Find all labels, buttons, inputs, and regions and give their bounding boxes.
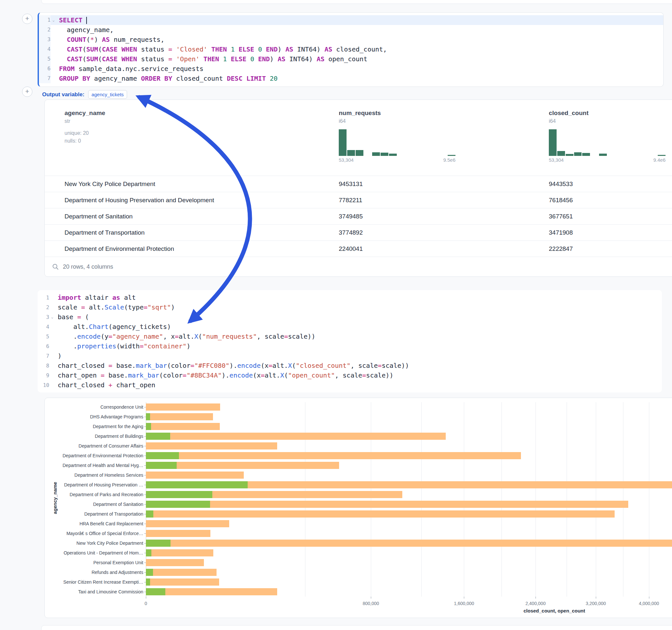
histogram-bar[interactable]	[381, 153, 388, 156]
bar-open_count[interactable]	[146, 501, 210, 508]
column-header-agency_name[interactable]: agency_namestrunique: 20nulls: 0	[65, 100, 339, 176]
bar-open_count[interactable]	[146, 549, 151, 556]
bar-closed_count[interactable]	[146, 423, 220, 430]
bar-open_count[interactable]	[146, 579, 150, 586]
code-line[interactable]: 5 .encode(y="agency_name", x=alt.X("num_…	[38, 332, 662, 341]
bar-open_count[interactable]	[146, 569, 153, 576]
bar-closed_count[interactable]	[146, 413, 213, 420]
histogram-bar[interactable]	[658, 155, 666, 156]
column-histogram[interactable]	[339, 129, 455, 156]
bar-open_count[interactable]	[146, 539, 170, 547]
bar-closed_count[interactable]	[146, 471, 244, 479]
table-row[interactable]: Department of Transportation377489234719…	[45, 224, 672, 240]
bar-closed_count[interactable]	[146, 569, 217, 576]
gridline	[305, 402, 305, 597]
python-editor[interactable]: 1import altair as alt2scale = alt.Scale(…	[38, 293, 662, 390]
bar-open_count[interactable]	[146, 452, 179, 459]
histogram-bar[interactable]	[448, 155, 455, 156]
bar-open_count[interactable]	[146, 588, 165, 595]
code-line[interactable]: 6 .properties(width="container")	[38, 341, 662, 351]
table-row[interactable]: Department of Housing Preservation and D…	[45, 192, 672, 208]
histogram-bar[interactable]	[574, 152, 582, 156]
bar-closed_count[interactable]	[146, 588, 277, 595]
code-line[interactable]: 7)	[38, 351, 662, 361]
column-histogram[interactable]	[549, 129, 666, 156]
column-header-closed_count[interactable]: closed_counti6453,3049.4e6	[549, 100, 672, 176]
sql-editor[interactable]: 1⌄SELECT 2 agency_name,3 COUNT(*) AS num…	[39, 15, 663, 83]
output-variable-chip[interactable]: agency_tickets	[88, 90, 127, 99]
fold-caret-icon[interactable]: ⌄	[51, 18, 56, 22]
code-token: altair	[81, 294, 112, 301]
code-line[interactable]: 8chart_closed = base.mark_bar(color="#FF…	[38, 361, 662, 370]
bar-closed_count[interactable]	[146, 559, 204, 566]
histogram-bar[interactable]	[389, 153, 397, 156]
bar-closed_count[interactable]	[146, 442, 277, 450]
code-line[interactable]: 4 alt.Chart(agency_tickets)	[38, 322, 662, 332]
next-cell-edge	[41, 625, 672, 630]
code-line[interactable]: 6FROM sample_data.nyc.service_requests	[39, 64, 663, 74]
code-line[interactable]: 5 CAST(SUM(CASE WHEN status = 'Open' THE…	[39, 54, 663, 64]
bar-open_count[interactable]	[146, 413, 150, 420]
code-token	[59, 45, 67, 53]
code-line[interactable]: 3 COUNT(*) AS num_requests,	[39, 35, 663, 44]
bar-closed_count[interactable]	[146, 433, 446, 440]
code-line[interactable]: 7GROUP BY agency_name ORDER BY closed_co…	[39, 74, 663, 83]
code-line[interactable]: 1⌄SELECT	[39, 15, 663, 25]
table-footer-text: 20 rows, 4 columns	[63, 264, 113, 270]
table-row[interactable]: Department of Environmental Protection22…	[45, 240, 672, 257]
code-line[interactable]: 3⌄base = (	[38, 312, 662, 322]
bar-open_count[interactable]	[146, 481, 248, 488]
chart-plot	[146, 402, 672, 597]
code-line[interactable]: 1import altair as alt	[38, 293, 662, 302]
table-row[interactable]: New York City Police Department945313194…	[45, 176, 672, 192]
histogram-bar[interactable]	[549, 129, 557, 156]
add-cell-button[interactable]: +	[22, 14, 32, 24]
code-token: ORDER BY	[141, 75, 172, 82]
bar-closed_count[interactable]	[146, 520, 229, 527]
code-token	[254, 55, 258, 63]
code-token: , scale	[257, 333, 284, 340]
bar-closed_count[interactable]	[146, 510, 615, 517]
code-line[interactable]: 9chart_open = base.mark_bar(color="#8BC3…	[38, 370, 662, 380]
search-icon[interactable]	[52, 264, 59, 270]
code-token: closed_count,	[332, 45, 387, 53]
code-line[interactable]: 2scale = alt.Scale(type="sqrt")	[38, 302, 662, 312]
histogram-max-label: 9.4e6	[653, 157, 666, 163]
bar-open_count[interactable]	[146, 491, 212, 498]
code-line[interactable]: 4 CAST(SUM(CASE WHEN status = 'Closed' T…	[39, 44, 663, 54]
fold-caret-icon[interactable]: ⌄	[49, 315, 55, 319]
histogram-axis-labels: 53,3049.5e6	[339, 157, 455, 163]
histogram-bar[interactable]	[347, 150, 355, 156]
bar-open_count[interactable]	[146, 462, 177, 469]
histogram-bar[interactable]	[339, 129, 346, 156]
column-header-num_requests[interactable]: num_requestsi6453,3049.5e6	[339, 100, 549, 176]
code-token	[246, 55, 250, 63]
bar-closed_count[interactable]	[146, 579, 219, 586]
table-row[interactable]: Department of Sanitation37494853677651	[45, 208, 672, 224]
histogram-bar[interactable]	[566, 154, 573, 156]
histogram-bar[interactable]	[557, 151, 565, 156]
code-token: (y	[100, 333, 108, 340]
add-cell-button[interactable]: +	[22, 87, 32, 97]
histogram-bar[interactable]	[372, 152, 380, 156]
code-token: =	[109, 362, 113, 369]
bar-closed_count[interactable]	[146, 530, 210, 537]
code-text: .encode(y="agency_name", x=alt.X("num_re…	[55, 333, 315, 340]
code-token: (	[98, 45, 102, 53]
code-line[interactable]: 10chart_closed + chart_open	[38, 380, 662, 390]
bar-closed_count[interactable]	[146, 539, 672, 547]
histogram-bar[interactable]	[582, 153, 590, 156]
bar-closed_count[interactable]	[146, 452, 521, 459]
bar-open_count[interactable]	[146, 433, 170, 440]
bar-closed_count[interactable]	[146, 549, 213, 556]
code-token: (	[86, 35, 90, 43]
code-line[interactable]: 2 agency_name,	[39, 25, 663, 35]
histogram-bar[interactable]	[356, 150, 363, 156]
bar-open_count[interactable]	[146, 510, 153, 517]
bar-open_count[interactable]	[146, 423, 151, 430]
histogram-bar[interactable]	[599, 153, 607, 156]
gridline	[567, 402, 567, 597]
x-tick-label: 3,200,000	[586, 601, 606, 606]
bar-closed_count[interactable]	[146, 404, 220, 411]
bar-closed_count[interactable]	[146, 501, 628, 508]
